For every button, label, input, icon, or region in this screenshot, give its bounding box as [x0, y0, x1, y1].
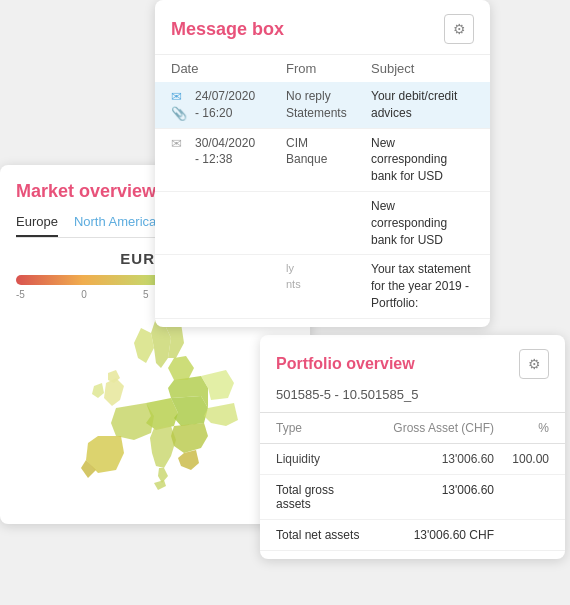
- pt-type-liquidity: Liquidity: [276, 452, 364, 466]
- pt-type-total-net: Total net assets: [276, 528, 364, 542]
- scale-label-5: 5: [143, 289, 149, 300]
- pt-percent-liquidity: 100.00: [494, 452, 549, 466]
- message-gear-button[interactable]: ⚙: [444, 14, 474, 44]
- portfolio-row-total-gross: Total gross assets 13'006.60: [260, 475, 565, 520]
- portfolio-header: Portfolio overview ⚙: [260, 335, 565, 387]
- europe-map: [16, 308, 296, 508]
- portfolio-gear-icon: ⚙: [528, 356, 541, 372]
- attachment-icon: 📎: [171, 106, 195, 121]
- col-date: Date: [171, 61, 286, 76]
- portfolio-panel: Portfolio overview ⚙ 501585-5 - 10.50158…: [260, 335, 565, 559]
- message-col-headers: Date From Subject: [155, 55, 490, 82]
- pt-gross-liquidity: 13'006.60: [364, 452, 494, 466]
- message-row-4[interactable]: lynts Your tax statement for the year 20…: [155, 255, 490, 318]
- map-svg: [16, 308, 296, 508]
- pt-percent-total-gross: [494, 483, 549, 511]
- portfolio-subtitle: 501585-5 - 10.501585_5: [260, 387, 565, 412]
- tab-europe[interactable]: Europe: [16, 214, 58, 237]
- message-row-2-from: CIMBanque: [286, 135, 371, 169]
- col-subject: Subject: [371, 61, 474, 76]
- message-row-4-subject: Your tax statement for the year 2019 - P…: [371, 261, 474, 311]
- message-row-2-subject: New corresponding bank for USD: [371, 135, 474, 185]
- portfolio-title: Portfolio overview: [276, 355, 415, 373]
- message-row-3-subject: New corresponding bank for USD: [371, 198, 474, 248]
- email-icon: ✉: [171, 89, 195, 104]
- portfolio-row-total-net: Total net assets 13'006.60 CHF: [260, 520, 565, 551]
- tab-north-america[interactable]: North America: [74, 214, 156, 237]
- scale-label-0: 0: [81, 289, 87, 300]
- message-row-1-subject: Your debit/credit advices: [371, 88, 474, 122]
- pt-percent-total-net: [494, 528, 549, 542]
- scale-label-n5: -5: [16, 289, 25, 300]
- message-row-3[interactable]: New corresponding bank for USD: [155, 192, 490, 255]
- pt-type-total-gross: Total gross assets: [276, 483, 364, 511]
- portfolio-col-headers: Type Gross Asset (CHF) %: [260, 413, 565, 444]
- message-row-2-icons: ✉: [171, 136, 195, 151]
- message-row-1-date: 24/07/2020- 16:20: [195, 88, 286, 122]
- message-row-2-date: 30/04/2020- 12:38: [195, 135, 286, 169]
- message-row-2[interactable]: ✉ 30/04/2020- 12:38 CIMBanque New corres…: [155, 129, 490, 192]
- message-row-1-icons: ✉ 📎: [171, 89, 195, 121]
- pt-col-type: Type: [276, 421, 364, 435]
- message-header: Message box ⚙: [155, 0, 490, 55]
- message-row-4-from: lynts: [286, 261, 371, 292]
- portfolio-gear-button[interactable]: ⚙: [519, 349, 549, 379]
- pt-gross-total-net: 13'006.60 CHF: [364, 528, 494, 542]
- gear-icon: ⚙: [453, 21, 466, 37]
- message-row-1-from: No replyStatements: [286, 88, 371, 122]
- pt-col-percent: %: [494, 421, 549, 435]
- portfolio-table: Type Gross Asset (CHF) % Liquidity 13'00…: [260, 412, 565, 551]
- message-table: Date From Subject ✉ 📎 24/07/2020- 16:20 …: [155, 55, 490, 319]
- message-panel: Message box ⚙ Date From Subject ✉ 📎 24/0…: [155, 0, 490, 327]
- pt-gross-total-gross: 13'006.60: [364, 483, 494, 511]
- message-row-1[interactable]: ✉ 📎 24/07/2020- 16:20 No replyStatements…: [155, 82, 490, 129]
- col-from: From: [286, 61, 371, 76]
- portfolio-row-liquidity[interactable]: Liquidity 13'006.60 100.00: [260, 444, 565, 475]
- pt-col-gross: Gross Asset (CHF): [364, 421, 494, 435]
- message-box-title: Message box: [171, 19, 284, 40]
- letter-icon: ✉: [171, 136, 182, 151]
